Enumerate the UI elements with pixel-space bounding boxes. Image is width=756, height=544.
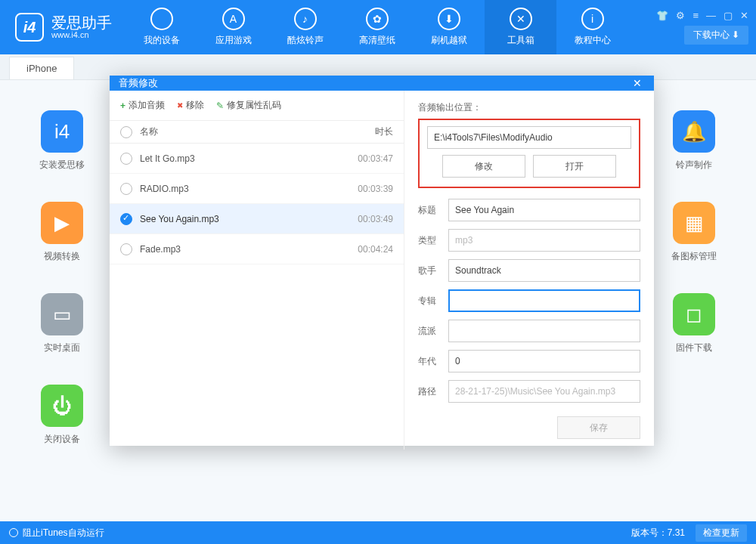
check-update-button[interactable]: 检查更新 — [696, 524, 747, 542]
tile-desktop[interactable]: ▭实时桌面 — [38, 293, 86, 354]
add-audio-button[interactable]: 添加音频 — [120, 99, 165, 112]
row-checkbox[interactable] — [120, 243, 132, 255]
app-icon: A — [222, 8, 245, 30]
table-row[interactable]: Let It Go.mp300:03:47 — [110, 144, 404, 174]
nav-flash[interactable]: ⬇刷机越狱 — [413, 0, 485, 54]
artist-label: 歌手 — [418, 264, 448, 277]
status-icon — [9, 528, 18, 537]
menu-icon[interactable]: ≡ — [692, 10, 699, 21]
minimize-button[interactable]: — — [706, 10, 716, 21]
nav-tutorials[interactable]: i教程中心 — [556, 0, 628, 54]
output-path-input[interactable] — [427, 126, 631, 149]
tools-icon: ✕ — [510, 8, 532, 30]
genre-input[interactable] — [448, 320, 640, 342]
play-icon: ▶ — [41, 202, 83, 244]
row-checkbox[interactable] — [120, 153, 132, 165]
logo-icon: i4 — [15, 13, 44, 42]
version-label: 版本号： — [631, 527, 668, 538]
select-all-checkbox[interactable] — [120, 126, 132, 138]
itunes-block-label[interactable]: 阻止iTunes自动运行 — [23, 527, 104, 539]
nav-apps[interactable]: A应用游戏 — [197, 0, 269, 54]
save-button[interactable]: 保存 — [557, 416, 640, 439]
tile-install[interactable]: i4安装爱思移 — [38, 110, 86, 172]
fix-encoding-button[interactable]: 修复属性乱码 — [216, 99, 281, 112]
table-row[interactable]: Fade.mp300:04:24 — [110, 234, 404, 264]
cube-icon: ◻ — [673, 293, 715, 335]
install-icon: i4 — [41, 110, 83, 153]
open-path-button[interactable]: 打开 — [533, 155, 616, 178]
remove-button[interactable]: 移除 — [177, 99, 204, 112]
row-checkbox[interactable] — [120, 183, 132, 195]
table-row[interactable]: RADIO.mp300:03:39 — [110, 174, 404, 204]
title-input[interactable] — [448, 199, 640, 221]
album-input[interactable] — [448, 289, 640, 312]
app-domain: www.i4.cn — [51, 30, 112, 39]
dialog-titlebar: 音频修改 ✕ — [110, 76, 654, 91]
bell-icon: ♪ — [294, 8, 317, 30]
bell-plus-icon: 🔔 — [673, 110, 715, 153]
nav-toolbox[interactable]: ✕工具箱 — [485, 0, 556, 54]
year-input[interactable] — [448, 350, 640, 372]
output-label: 音频输出位置： — [418, 101, 640, 114]
table-row[interactable]: See You Again.mp300:03:49 — [110, 204, 404, 234]
nav-ringtones[interactable]: ♪酷炫铃声 — [269, 0, 341, 54]
dialog-close-button[interactable]: ✕ — [630, 76, 645, 91]
tile-ringtone[interactable]: 🔔铃声制作 — [670, 110, 718, 172]
output-highlight-box: 修改 打开 — [418, 119, 640, 188]
nav-wallpapers[interactable]: ✿高清壁纸 — [341, 0, 413, 54]
download-center-button[interactable]: 下载中心 ⬇ — [684, 26, 748, 45]
app-title: 爱思助手 — [51, 15, 112, 30]
col-duration: 时长 — [340, 125, 393, 138]
col-name: 名称 — [140, 125, 340, 138]
box-icon: ⬇ — [438, 8, 460, 30]
title-label: 标题 — [418, 204, 448, 217]
maximize-button[interactable]: ▢ — [723, 10, 733, 21]
info-icon: i — [581, 8, 604, 30]
album-label: 专辑 — [418, 295, 448, 308]
year-label: 年代 — [418, 355, 448, 368]
window-controls: 👕 ⚙ ≡ — ▢ ✕ — [656, 10, 748, 21]
power-icon: ⏻ — [41, 385, 83, 427]
apple-icon — [150, 8, 173, 30]
audio-modify-dialog: 音频修改 ✕ 添加音频 移除 修复属性乱码 名称 时长 Let It Go.mp… — [110, 76, 654, 446]
logo: i4 爱思助手 www.i4.cn — [0, 13, 125, 42]
gear-icon[interactable]: ⚙ — [676, 10, 685, 21]
table-header: 名称 时长 — [110, 121, 404, 144]
type-label: 类型 — [418, 234, 448, 247]
file-path-input — [448, 380, 640, 403]
shirt-icon[interactable]: 👕 — [656, 10, 668, 21]
path-label: 路径 — [418, 385, 448, 398]
image-icon: ✿ — [366, 8, 389, 30]
row-checkbox[interactable] — [120, 213, 132, 225]
dialog-title: 音频修改 — [119, 76, 158, 90]
modify-path-button[interactable]: 修改 — [442, 155, 525, 178]
artist-input[interactable] — [448, 259, 640, 282]
tile-icons[interactable]: ▦备图标管理 — [670, 202, 718, 263]
tile-video[interactable]: ▶视频转换 — [38, 202, 86, 263]
tile-shutdown[interactable]: ⏻关闭设备 — [38, 385, 86, 446]
status-bar: 阻止iTunes自动运行 版本号：7.31 检查更新 — [0, 521, 756, 544]
monitor-icon: ▭ — [41, 293, 83, 335]
version-value: 7.31 — [668, 527, 685, 538]
main-nav: 我的设备 A应用游戏 ♪酷炫铃声 ✿高清壁纸 ⬇刷机越狱 ✕工具箱 i教程中心 — [125, 0, 628, 54]
audio-detail-panel: 音频输出位置： 修改 打开 标题 类型 歌手 专辑 流派 年代 路径 保存 — [404, 91, 654, 450]
list-toolbar: 添加音频 移除 修复属性乱码 — [110, 91, 404, 121]
genre-label: 流派 — [418, 325, 448, 338]
app-header: i4 爱思助手 www.i4.cn 我的设备 A应用游戏 ♪酷炫铃声 ✿高清壁纸… — [0, 0, 756, 54]
tab-iphone[interactable]: iPhone — [9, 57, 74, 79]
close-button[interactable]: ✕ — [740, 10, 748, 21]
tile-firmware[interactable]: ◻固件下载 — [670, 293, 718, 354]
nav-my-device[interactable]: 我的设备 — [125, 0, 197, 54]
grid-icon: ▦ — [673, 202, 715, 244]
audio-list-panel: 添加音频 移除 修复属性乱码 名称 时长 Let It Go.mp300:03:… — [110, 91, 404, 450]
type-input — [448, 229, 640, 252]
